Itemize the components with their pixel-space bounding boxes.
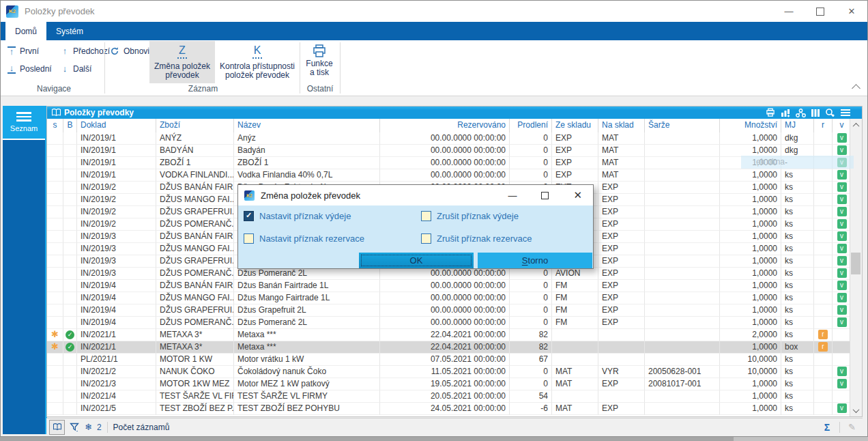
nav-last-button[interactable]: ↓ Poslední [8,62,52,76]
cell-mnozstvi: 10,0000 [720,354,781,366]
dialog-maximize-button[interactable] [541,192,549,199]
column-header-prodleni[interactable]: Prodlení [510,119,552,132]
table-row[interactable]: IN/2019/1BADYÁNBadyán00.00.0000 00:00:00… [47,145,852,157]
change-transfer-items-button[interactable]: Z Změna položekpřevodek [149,41,215,83]
table-row[interactable]: ✱✓IN/2021/1METAXA 3*Metaxa ***22.04.2021… [47,329,852,341]
tab-domu[interactable]: Domů [5,22,46,40]
scrollbar-thumb[interactable] [851,253,860,274]
checkbox-set-reservation-flag[interactable]: Nastavit příznak rezervace [244,233,364,244]
filter-button[interactable] [70,423,80,432]
cell-mnozstvi: 1,0000 [720,231,781,243]
freeze-icon[interactable]: ❄ [85,422,92,432]
issue-badge: v [837,367,847,376]
scroll-up-button[interactable] [850,119,861,131]
related-icon[interactable] [796,109,806,117]
table-row[interactable]: IN/2019/3DŽUS POMERANČ...Džus Pomeranč 2… [47,268,852,280]
table-row[interactable]: IN/2019/4DŽUS GRAPEFRUI...Džus Grapefrui… [47,304,852,317]
cell-prodleni: 0 [510,292,552,304]
column-header-b[interactable]: B [63,119,77,132]
column-header-na_sklad[interactable]: Na sklad [598,119,645,132]
column-header-mnozstvi[interactable]: Množství [720,119,781,132]
column-header-ze_skladu[interactable]: Ze skladu [552,119,598,132]
tab-system[interactable]: Systém [46,22,93,40]
column-header-rezervovano[interactable]: Rezervováno [380,119,510,132]
cell-prodleni: 0 [510,132,552,145]
cell-v: v [833,255,852,268]
ok-button[interactable]: OK [359,253,474,268]
check-availability-button[interactable]: K Kontrola přístupnostipoložek převodek [216,41,298,83]
dialog-minimize-button[interactable]: — [508,190,517,201]
column-header-doklad[interactable]: Doklad [77,119,156,132]
table-row[interactable]: IN/2021/2NANUK ČOKOČokoládový nanuk Čoko… [47,366,852,378]
table-row[interactable]: IN/2021/3MOTOR 1KW MEZMotor MEZ 1 kW pat… [47,378,852,390]
dialog-close-button[interactable]: ✕ [573,189,582,201]
menu-icon[interactable] [840,109,851,117]
cell-mnozstvi: 1,0000 [720,206,781,218]
chart-export-icon[interactable] [781,109,791,117]
nav-previous-button[interactable]: ↑ Předchozí [61,44,110,58]
minimize-button[interactable]: — [773,1,805,22]
column-header-v[interactable]: v [833,119,852,132]
column-header-s[interactable]: s [47,119,63,132]
nav-next-button[interactable]: ↓ Další [61,62,91,76]
cell-b [63,403,77,415]
functions-print-button[interactable]: Funkcea tisk [302,41,337,83]
cell-mj: ks [781,218,814,231]
window-controls: — ✕ [773,1,867,22]
cell-prodleni: 0 [510,280,552,292]
table-row[interactable]: PL/2021/1MOTOR 1 KWMotor vrátku 1 kW07.0… [47,354,852,366]
book-view-button[interactable] [49,420,65,435]
cell-sarze [645,329,720,341]
column-header-sarze[interactable]: Šarže [645,119,720,132]
cell-zbozi: ANÝZ [156,132,234,145]
cell-zbozi: DŽUS POMERANČ... [156,218,234,231]
zoom-settings-icon[interactable] [825,108,835,117]
printer-icon[interactable] [765,108,776,117]
table-row[interactable]: IN/2021/5TEST ZBOŽÍ BEZ P...TEST ZBOŽÍ B… [47,403,852,415]
cell-na_sklad: EXP [598,268,645,280]
column-header-mj[interactable]: MJ [781,119,814,132]
cell-r [814,403,833,415]
storno-button[interactable]: Storno [478,253,592,268]
cell-doklad: IN/2019/3 [77,231,156,243]
maximize-button[interactable] [805,1,836,22]
cell-zbozi: BADYÁN [156,145,234,157]
checkbox-clear-reservation-flag[interactable]: Zrušit příznak rezervace [421,233,532,244]
table-row[interactable]: IN/2019/4DŽUS MANGO FAI...Džus Mango Fai… [47,292,852,304]
close-button[interactable]: ✕ [836,1,867,22]
table-row[interactable]: IN/2021/4TEST ŠARŽE VL FIR...TEST ŠARŽE … [47,390,852,403]
cell-sarze [645,182,720,194]
nav-first-button[interactable]: ↑ První [8,44,39,58]
cell-v: v [833,132,852,145]
table-row[interactable]: IN/2019/4DŽUS POMERANČ...Džus Pomeranč 2… [47,317,852,329]
checkbox-icon [421,233,431,244]
scroll-down-button[interactable] [850,404,861,416]
column-header-nazev[interactable]: Název [234,119,380,132]
collapse-ribbon-chevron[interactable] [852,84,860,93]
table-row[interactable]: IN/2019/1ANÝZAnýz00.00.0000 00:00:000EXP… [47,132,852,145]
cell-b [63,292,77,304]
checkbox-set-issue-flag[interactable]: Nastavit příznak výdeje [244,211,351,221]
cell-r [814,317,833,329]
issue-badge: v [837,305,847,315]
issue-badge: v [837,293,847,302]
cell-v: v [833,304,852,317]
table-row[interactable]: IN/2019/1VODKA FINLANDI...Vodka Finlandi… [47,169,852,182]
table-row[interactable]: IN/2019/1ZBOŽÍ 1ZBOŽÍ 100.00.0000 00:00:… [47,157,852,169]
cell-rezervovano: 07.05.2021 00:00:00 [380,354,510,366]
refresh-button[interactable]: Obnovit [110,44,151,58]
column-header-zbozi[interactable]: Zboží [156,119,234,132]
k2-app-icon: K2 [6,5,18,18]
cell-na_sklad: EXP [598,292,645,304]
sidebar-item-seznam[interactable]: Seznam [3,106,45,140]
column-header-r[interactable]: r [814,119,833,132]
cell-s [47,390,63,403]
table-row[interactable]: IN/2019/4DŽUS BANÁN FAIR...Džus Banán Fa… [47,280,852,292]
cell-r [814,354,833,366]
issue-badge: v [837,379,847,388]
sum-button[interactable]: Σ [820,422,834,433]
columns-icon[interactable] [811,109,820,117]
checkbox-clear-issue-flag[interactable]: Zrušit příznak výdeje [421,211,519,221]
table-row[interactable]: ✱✓IN/2021/1METAXA 3*Metaxa ***22.04.2021… [47,341,852,354]
cell-na_sklad [598,390,645,403]
